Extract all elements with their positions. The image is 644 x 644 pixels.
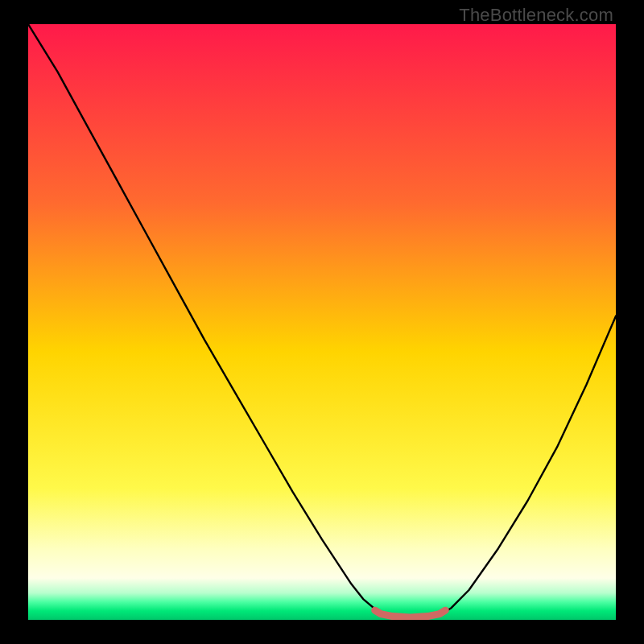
chart-svg [28,24,616,620]
chart-plot-area [28,24,616,620]
watermark-text: TheBottleneck.com [459,5,613,26]
chart-frame: TheBottleneck.com [0,0,644,644]
chart-background [28,24,616,620]
